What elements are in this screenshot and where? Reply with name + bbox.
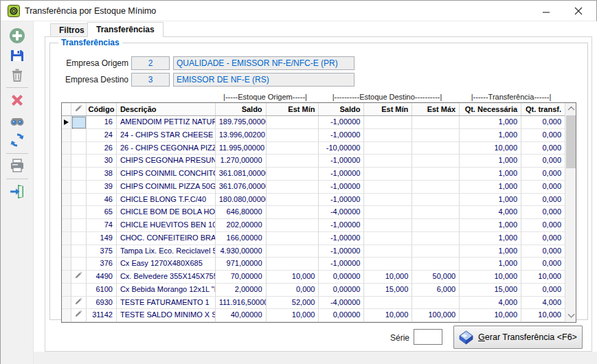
grid-cell[interactable] — [412, 181, 460, 194]
row-indicator-cell[interactable] — [62, 142, 71, 155]
grid-cell[interactable]: 65 — [87, 206, 117, 219]
grid-cell[interactable]: 0,000 — [521, 194, 565, 207]
grid-cell[interactable]: 149 — [87, 232, 117, 245]
row-indicator-cell[interactable] — [62, 219, 71, 232]
edit-marker-cell[interactable] — [71, 271, 87, 284]
edit-marker-cell[interactable] — [71, 168, 87, 181]
grid-cell[interactable] — [364, 168, 412, 181]
grid-cell[interactable]: 0,000 — [521, 181, 565, 194]
grid-cell[interactable]: 0,000 — [521, 168, 565, 181]
grid-cell[interactable]: 15,000 — [460, 284, 521, 297]
cancel-icon[interactable] — [9, 92, 25, 109]
grid-cell[interactable]: 38 — [87, 168, 117, 181]
grid-cell[interactable] — [364, 245, 412, 258]
grid-cell[interactable]: 1,000 — [460, 181, 521, 194]
grid-cell[interactable]: 4,000 — [460, 206, 521, 219]
row-indicator-cell[interactable] — [62, 129, 71, 142]
grid-cell[interactable]: 4,000 — [521, 297, 565, 310]
table-row[interactable]: 38CHIPS COINMIL CONCHITOS361.081,00000-1… — [62, 168, 565, 181]
row-indicator-cell[interactable] — [62, 245, 71, 258]
grid-cell[interactable]: 1,000 — [460, 245, 521, 258]
grid-cell[interactable]: 1,000 — [460, 219, 521, 232]
grid-cell[interactable]: CHIPS CEGONHA PRESUNTO — [117, 155, 216, 168]
empresa-destino-code-field[interactable]: 3 — [131, 73, 170, 87]
row-indicator-cell[interactable] — [62, 232, 71, 245]
grid-cell[interactable] — [364, 194, 412, 207]
grid-cell[interactable]: -1,00000 — [319, 258, 364, 271]
grid-cell[interactable]: 0,000 — [521, 116, 565, 129]
search-icon[interactable] — [9, 113, 25, 129]
grid-cell[interactable]: 0,000 — [521, 258, 565, 271]
grid-cell[interactable]: 70,00000 — [216, 271, 267, 284]
edit-marker-cell[interactable] — [71, 297, 87, 310]
grid-cell[interactable] — [364, 219, 412, 232]
grid-cell[interactable]: 74 — [87, 219, 117, 232]
grid-cell[interactable]: 30 — [87, 155, 117, 168]
grid-cell[interactable]: 971,00000 — [216, 258, 267, 271]
grid-cell[interactable]: 10,000 — [460, 142, 521, 155]
grid-cell[interactable]: CHIPS COINMIL PIZZA 50G — [117, 181, 216, 194]
grid-cell[interactable]: -1,00000 — [319, 116, 364, 129]
grid-cell[interactable]: 6,000 — [412, 284, 460, 297]
grid-cell[interactable]: 0,000 — [521, 206, 565, 219]
edit-marker-cell[interactable] — [71, 309, 87, 322]
grid-cell[interactable] — [364, 297, 412, 310]
grid-cell[interactable]: 10,000 — [267, 271, 319, 284]
table-row[interactable]: 4490Cx. Belvedere 355X145X75570,0000010,… — [62, 271, 565, 284]
edit-marker-cell[interactable] — [71, 245, 87, 258]
row-indicator-cell[interactable] — [62, 309, 71, 322]
edit-marker-cell[interactable] — [71, 194, 87, 207]
exit-icon[interactable] — [9, 183, 25, 200]
grid-cell[interactable]: 180.080,00000 — [216, 194, 267, 207]
grid-cell[interactable]: 52,000 — [267, 297, 319, 310]
grid-cell[interactable]: 0,00000 — [319, 309, 364, 322]
grid-cell[interactable]: 4,000 — [460, 297, 521, 310]
grid-cell[interactable] — [267, 258, 319, 271]
grid-cell[interactable]: 46 — [87, 194, 117, 207]
row-indicator-cell[interactable] — [62, 168, 71, 181]
grid-cell[interactable] — [412, 245, 460, 258]
grid-cell[interactable]: 10,000 — [460, 309, 521, 322]
edit-marker-cell[interactable] — [71, 116, 87, 129]
grid-cell[interactable] — [364, 129, 412, 142]
grid-cell[interactable]: 1,000 — [460, 155, 521, 168]
grid-cell[interactable]: AMENDOIM PETTIZ NATURAL — [117, 116, 216, 129]
grid-cell[interactable]: CHIPS COINMIL CONCHITOS — [117, 168, 216, 181]
grid-column-header[interactable]: Saldo — [216, 103, 267, 115]
edit-marker-cell[interactable] — [71, 129, 87, 142]
grid-cell[interactable]: 375 — [87, 245, 117, 258]
grid-cell[interactable]: -10,00000 — [319, 142, 364, 155]
grid-column-header[interactable]: Código — [87, 103, 117, 115]
grid-cell[interactable] — [267, 206, 319, 219]
grid-cell[interactable]: 24 — [87, 129, 117, 142]
grid-column-header[interactable]: Qt. transf. — [521, 103, 565, 115]
grid-cell[interactable]: 1,000 — [460, 194, 521, 207]
grid-cell[interactable]: 189.795,00000 — [216, 116, 267, 129]
grid-cell[interactable] — [267, 142, 319, 155]
grid-cell[interactable]: 0,000 — [521, 129, 565, 142]
edit-marker-cell[interactable] — [71, 206, 87, 219]
table-row[interactable]: 65CHICLE BOM DE BOLA HORT646,80000-4,000… — [62, 206, 565, 219]
grid-cell[interactable]: 6930 — [87, 297, 117, 310]
gerar-transferencia-button[interactable]: Gerar Transferência <F6> — [453, 326, 583, 349]
row-indicator-cell[interactable] — [62, 271, 71, 284]
grid-column-header[interactable]: Qt. Necessária — [460, 103, 521, 115]
grid-column-header[interactable]: Est Mín — [364, 103, 412, 115]
grid-cell[interactable]: -1,00000 — [319, 219, 364, 232]
grid-cell[interactable] — [412, 258, 460, 271]
grid-cell[interactable]: -1,00000 — [319, 168, 364, 181]
row-indicator-cell[interactable] — [62, 116, 71, 129]
close-button[interactable] — [563, 1, 594, 21]
row-indicator-cell[interactable] — [62, 284, 71, 297]
table-row[interactable]: 2424 - CHIPS STAR CHEESE QU13.996,00200-… — [62, 129, 565, 142]
grid-cell[interactable]: 10,000 — [460, 271, 521, 284]
table-row[interactable]: 375Tampa Lix. Eco. Reciclavel 54.930,000… — [62, 245, 565, 258]
tab-transferencias[interactable]: Transferências — [87, 22, 164, 37]
grid-cell[interactable]: 2,00000 — [216, 284, 267, 297]
grid-cell[interactable] — [412, 116, 460, 129]
grid-column-header[interactable]: Est Mín — [267, 103, 319, 115]
table-row[interactable]: 6100Cx Bebida Morango 12x1L "E2,000000,0… — [62, 284, 565, 297]
row-indicator-cell[interactable] — [62, 206, 71, 219]
grid-cell[interactable]: 50,000 — [412, 271, 460, 284]
table-row[interactable]: 30CHIPS CEGONHA PRESUNTO1.270,00000-1,00… — [62, 155, 565, 168]
